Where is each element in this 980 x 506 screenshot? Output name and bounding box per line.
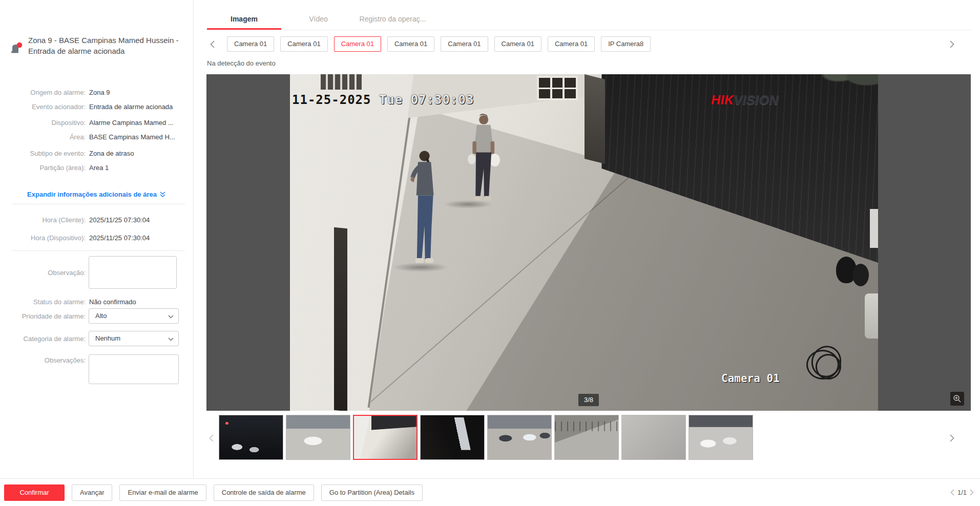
- thumbnail[interactable]: [621, 415, 686, 460]
- surveillance-photo: 11-25-2025 Tue 07:30:03 HIKVISION Camera…: [290, 74, 878, 411]
- chevron-down-icon: [168, 315, 174, 319]
- osd-camera-name: Camera 01: [721, 372, 780, 385]
- next-button[interactable]: Avançar: [72, 484, 112, 501]
- expand-link-label: Expandir informações adicionais de área: [27, 191, 157, 198]
- thumbnail[interactable]: [353, 415, 418, 460]
- prioridade-select[interactable]: Alto: [89, 308, 179, 324]
- field-label: Evento acionador:: [0, 102, 86, 112]
- field-value: Entrada de alarme acionada: [89, 102, 187, 112]
- camera-chip[interactable]: Camera 01: [280, 36, 327, 52]
- tab-registro-operacao[interactable]: Registro da operaç...: [356, 11, 430, 30]
- camera-chip-list: Camera 01 Camera 01 Camera 01 Camera 01 …: [227, 36, 651, 52]
- thumbnail[interactable]: [219, 415, 283, 460]
- chevron-left-icon: [209, 434, 214, 442]
- wall-top-grille: [321, 74, 362, 90]
- cable-coil: [806, 345, 843, 382]
- osd-timestamp: 11-25-2025 Tue 07:30:03: [292, 93, 474, 107]
- expand-area-info-link[interactable]: Expandir informações adicionais de área: [0, 191, 193, 198]
- thumbnail[interactable]: [286, 415, 350, 460]
- far-window: [537, 76, 578, 100]
- field-label: Partição (área):: [0, 163, 86, 173]
- camera-chip[interactable]: IP Camera8: [601, 36, 651, 52]
- divider: [12, 250, 185, 251]
- image-viewer: 11-25-2025 Tue 07:30:03 HIKVISION Camera…: [206, 74, 971, 411]
- page-next-icon[interactable]: [970, 489, 974, 496]
- event-caption: Na detecção do evento: [207, 59, 276, 67]
- field-label: Subtipo de evento:: [0, 149, 86, 158]
- observacoes-textarea[interactable]: [89, 354, 179, 384]
- observacoes-label: Observações:: [0, 356, 86, 364]
- thumbnail-strip: [206, 415, 971, 462]
- chevron-right-icon: [950, 40, 954, 48]
- thumbnail[interactable]: [420, 415, 485, 460]
- double-chevron-down-icon: [159, 191, 166, 198]
- tab-video[interactable]: Vídeo: [281, 11, 356, 30]
- field-label: Área:: [0, 133, 86, 142]
- main-panel: Imagem Vídeo Registro da operaç... Camer…: [194, 0, 980, 478]
- camera-chip[interactable]: Camera 01: [227, 36, 274, 52]
- page-prev-icon[interactable]: [950, 489, 954, 496]
- field-label: Origem do alarme:: [0, 88, 86, 97]
- trash-bag: [852, 264, 869, 286]
- thumbnail[interactable]: [554, 415, 619, 460]
- tab-imagem[interactable]: Imagem: [207, 11, 281, 30]
- zoom-in-button[interactable]: [950, 392, 964, 406]
- alarm-header: Zona 9 - BASE Campinas Mamed Hussein - E…: [10, 35, 179, 56]
- alarm-sidebar: Zona 9 - BASE Campinas Mamed Hussein - E…: [0, 0, 194, 478]
- status-value: Não confirmado: [89, 298, 136, 306]
- camera-scroll-left-button[interactable]: [207, 36, 217, 52]
- alarm-bell-icon: [10, 41, 25, 55]
- camera-chip[interactable]: Camera 01: [334, 36, 381, 52]
- field-label: Dispositivo:: [0, 118, 86, 128]
- camera-chip[interactable]: Camera 01: [494, 36, 541, 52]
- alarm-title: Zona 9 - BASE Campinas Mamed Hussein - E…: [28, 35, 179, 56]
- tree-foliage: [822, 74, 878, 98]
- wall-unit: [870, 209, 878, 248]
- wall-window-slit: [334, 227, 347, 411]
- field-value: Zona de atraso: [89, 149, 187, 158]
- alarm-details-window: { "colors":{"accent_red":"#fa3239","link…: [0, 0, 980, 506]
- thumbs-scroll-right-button[interactable]: [947, 430, 956, 446]
- go-to-partition-details-button[interactable]: Go to Partition (Area) Details: [321, 484, 423, 501]
- thumbnail[interactable]: [487, 415, 552, 460]
- status-label: Status do alarme:: [0, 298, 86, 306]
- tabs-bar: Imagem Vídeo Registro da operaç...: [206, 11, 971, 30]
- thumbnail[interactable]: [689, 415, 753, 460]
- field-label: Hora (Cliente):: [0, 216, 86, 225]
- categoria-select[interactable]: Nenhum: [89, 331, 179, 346]
- image-page-indicator: 3/8: [578, 394, 599, 406]
- field-value: 2025/11/25 07:30:04: [89, 234, 187, 243]
- chevron-left-icon: [210, 40, 215, 48]
- field-value: 2025/11/25 07:30:04: [89, 216, 187, 225]
- categoria-value: Nenhum: [95, 334, 120, 342]
- field-value: Zona 9: [89, 88, 187, 97]
- field-value: Alarme Campinas Mamed ...: [89, 118, 187, 128]
- chevron-right-icon: [950, 434, 954, 442]
- observacao-textarea[interactable]: [89, 256, 177, 289]
- person-woman: [409, 150, 437, 269]
- gate-pillar: [585, 74, 605, 164]
- prioridade-label: Prioridade de alarme:: [0, 312, 86, 320]
- page-indicator: 1/1: [957, 489, 967, 496]
- alarm-output-control-button[interactable]: Controle de saída de alarme: [214, 484, 314, 501]
- thumbnail-list: [219, 415, 753, 460]
- camera-chip[interactable]: Camera 01: [387, 36, 434, 52]
- send-alarm-email-button[interactable]: Enviar e-mail de alarme: [119, 484, 206, 501]
- camera-chip[interactable]: Camera 01: [441, 36, 488, 52]
- chevron-down-icon: [168, 338, 174, 341]
- field-label: Hora (Dispositivo):: [0, 234, 86, 243]
- white-sack: [865, 293, 878, 339]
- osd-time: Tue 07:30:03: [379, 93, 474, 107]
- hikvision-logo: HIKVISION: [711, 93, 779, 108]
- camera-chip[interactable]: Camera 01: [548, 36, 595, 52]
- action-bar: Confirmar Avançar Enviar e-mail de alarm…: [0, 478, 980, 506]
- field-value: Area 1: [89, 163, 187, 173]
- camera-scroll-right-button[interactable]: [947, 36, 956, 52]
- pagination: 1/1: [950, 489, 974, 496]
- confirm-button[interactable]: Confirmar: [4, 484, 65, 501]
- camera-selector-row: Camera 01 Camera 01 Camera 01 Camera 01 …: [206, 36, 971, 52]
- categoria-label: Categoria de alarme:: [0, 335, 86, 343]
- magnifier-plus-icon: [953, 394, 962, 403]
- thumbs-scroll-left-button[interactable]: [206, 430, 216, 446]
- divider: [12, 204, 185, 204]
